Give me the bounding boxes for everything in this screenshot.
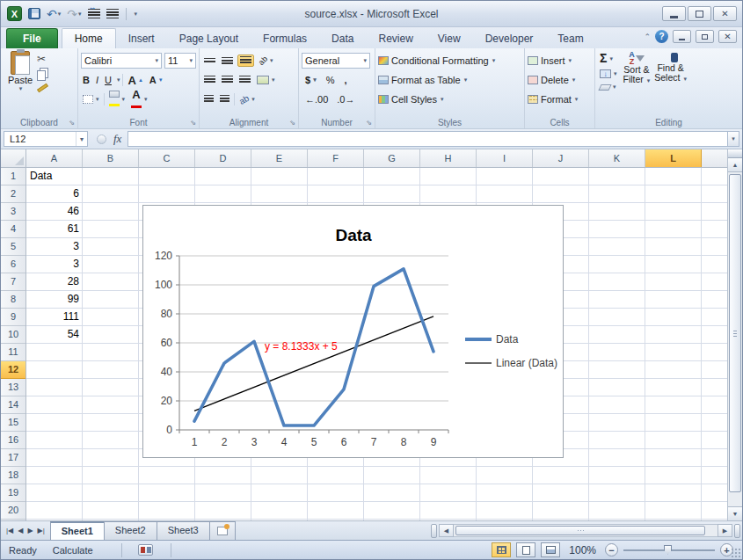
increase-decimal-button[interactable]: ←.00	[303, 93, 330, 105]
cell-A9[interactable]: 111	[26, 309, 83, 326]
restore-button[interactable]	[688, 6, 711, 21]
italic-button[interactable]: I	[94, 74, 100, 86]
fill-color-button[interactable]: ▾	[107, 90, 127, 109]
last-sheet-icon[interactable]: ▶|	[36, 525, 47, 536]
excel-logo-icon[interactable]: X	[5, 5, 24, 23]
cell-A6[interactable]: 3	[26, 256, 83, 273]
format-as-table-button[interactable]: Format as Table▾	[378, 70, 521, 90]
insert-function-button[interactable]: fx	[113, 132, 121, 146]
column-header-B[interactable]: B	[83, 149, 139, 167]
align-top-icon[interactable]	[202, 57, 217, 64]
column-header-E[interactable]: E	[251, 149, 308, 167]
number-format-select[interactable]: General▾	[302, 53, 370, 69]
column-header-J[interactable]: J	[533, 149, 589, 167]
row-header-6[interactable]: 6	[1, 256, 25, 273]
column-header-F[interactable]: F	[308, 149, 364, 167]
redo-button[interactable]: ↷▾	[65, 5, 83, 23]
column-header-D[interactable]: D	[195, 149, 251, 167]
scroll-right-icon[interactable]: ▶	[718, 524, 732, 537]
borders-button[interactable]: ▾	[81, 94, 101, 105]
column-header-L[interactable]: L	[645, 149, 702, 167]
delete-cells-button[interactable]: Delete▾	[528, 70, 592, 90]
align-center-icon[interactable]	[220, 75, 235, 85]
ribbon-tab-developer[interactable]: Developer	[473, 29, 546, 48]
ribbon-tab-team[interactable]: Team	[545, 29, 595, 48]
row-header-20[interactable]: 20	[1, 502, 25, 520]
ribbon-tab-file[interactable]: File	[6, 28, 58, 48]
justify-lines-icon[interactable]	[105, 5, 120, 23]
select-all-corner[interactable]	[1, 149, 26, 168]
grow-font-button[interactable]: A▲	[126, 75, 144, 86]
row-header-10[interactable]: 10	[1, 326, 25, 344]
sort-filter-button[interactable]: AZ Sort & Filter ▾	[623, 51, 651, 91]
align-left-icon[interactable]	[202, 75, 217, 85]
collapse-ribbon-icon[interactable]: ⌃	[644, 33, 651, 41]
row-header-19[interactable]: 19	[1, 484, 25, 502]
paste-button[interactable]: Paste ▾	[4, 51, 37, 92]
doc-restore-button[interactable]	[696, 30, 714, 43]
underline-button[interactable]: U	[103, 74, 113, 86]
cell-A7[interactable]: 28	[26, 273, 83, 291]
column-header-I[interactable]: I	[477, 149, 533, 167]
resize-grip[interactable]	[731, 548, 741, 558]
align-right-icon[interactable]	[237, 75, 252, 85]
cell-A2[interactable]: 6	[26, 185, 83, 203]
cell-A4[interactable]: 61	[26, 221, 83, 238]
column-width-icon[interactable]	[86, 5, 102, 23]
scroll-left-icon[interactable]: ◀	[439, 524, 454, 537]
comma-button[interactable]: ,	[342, 74, 348, 86]
cell-A1[interactable]: Data	[26, 168, 83, 185]
ribbon-tab-insert[interactable]: Insert	[116, 29, 167, 48]
horizontal-scrollbar[interactable]: ◀ ▶	[429, 521, 742, 540]
formula-input[interactable]	[127, 131, 727, 147]
expand-formula-bar-icon[interactable]: ▾	[727, 131, 739, 147]
row-header-14[interactable]: 14	[1, 396, 25, 414]
close-button[interactable]: ✕	[713, 6, 737, 21]
zoom-out-button[interactable]: −	[605, 543, 618, 556]
cut-icon[interactable]: ✂	[37, 53, 48, 65]
zoom-slider[interactable]	[623, 549, 715, 551]
ribbon-tab-data[interactable]: Data	[319, 29, 366, 48]
cells-area[interactable]: Data6466133289911154 Data020406080100120…	[26, 168, 727, 520]
zoom-slider-thumb[interactable]	[664, 545, 672, 555]
insert-worksheet-tab[interactable]	[209, 521, 236, 540]
embedded-chart[interactable]: Data020406080100120123456789y = 8.1333x …	[142, 205, 564, 458]
column-header-C[interactable]: C	[139, 149, 195, 167]
format-cells-button[interactable]: Format▾	[528, 90, 592, 109]
row-header-7[interactable]: 7	[1, 273, 25, 291]
next-sheet-icon[interactable]: ▶	[25, 525, 34, 536]
alignment-dialog-launcher[interactable]: ⇘	[289, 119, 295, 127]
column-header-K[interactable]: K	[589, 149, 645, 167]
cell-styles-button[interactable]: Cell Styles▾	[378, 90, 521, 109]
vertical-split-handle[interactable]	[728, 149, 742, 158]
help-icon[interactable]: ?	[655, 30, 668, 43]
row-header-17[interactable]: 17	[1, 449, 25, 467]
row-header-12[interactable]: 12	[1, 361, 25, 379]
find-select-button[interactable]: Find & Select ▾	[654, 51, 687, 91]
ribbon-tab-formulas[interactable]: Formulas	[251, 29, 319, 48]
insert-cells-button[interactable]: Insert▾	[528, 51, 592, 70]
save-icon[interactable]	[26, 5, 42, 23]
row-header-9[interactable]: 9	[1, 309, 25, 326]
ribbon-tab-review[interactable]: Review	[366, 29, 425, 48]
font-size-select[interactable]: 11▾	[164, 53, 196, 69]
ribbon-tab-view[interactable]: View	[426, 29, 473, 48]
fill-button[interactable]: ↓▾	[598, 69, 619, 79]
bold-button[interactable]: B	[81, 74, 91, 86]
horizontal-scroll-thumb[interactable]	[455, 526, 705, 535]
tab-split-handle[interactable]	[431, 524, 437, 538]
row-header-18[interactable]: 18	[1, 467, 25, 484]
copy-icon[interactable]	[37, 70, 46, 81]
increase-indent-icon[interactable]	[218, 94, 231, 105]
name-box[interactable]: L12 ▾	[4, 131, 88, 147]
prev-sheet-icon[interactable]: ◀	[16, 525, 25, 536]
vertical-scroll-thumb[interactable]	[729, 174, 741, 492]
row-header-8[interactable]: 8	[1, 291, 25, 309]
sheet-tab-sheet2[interactable]: Sheet2	[104, 521, 157, 540]
cell-A10[interactable]: 54	[26, 326, 83, 344]
currency-button[interactable]: $▾	[303, 74, 318, 86]
ribbon-tab-page-layout[interactable]: Page Layout	[167, 29, 251, 48]
name-box-dropdown-icon[interactable]: ▾	[76, 132, 87, 146]
horizontal-split-handle[interactable]	[734, 524, 740, 538]
ribbon-tab-home[interactable]: Home	[62, 28, 116, 48]
